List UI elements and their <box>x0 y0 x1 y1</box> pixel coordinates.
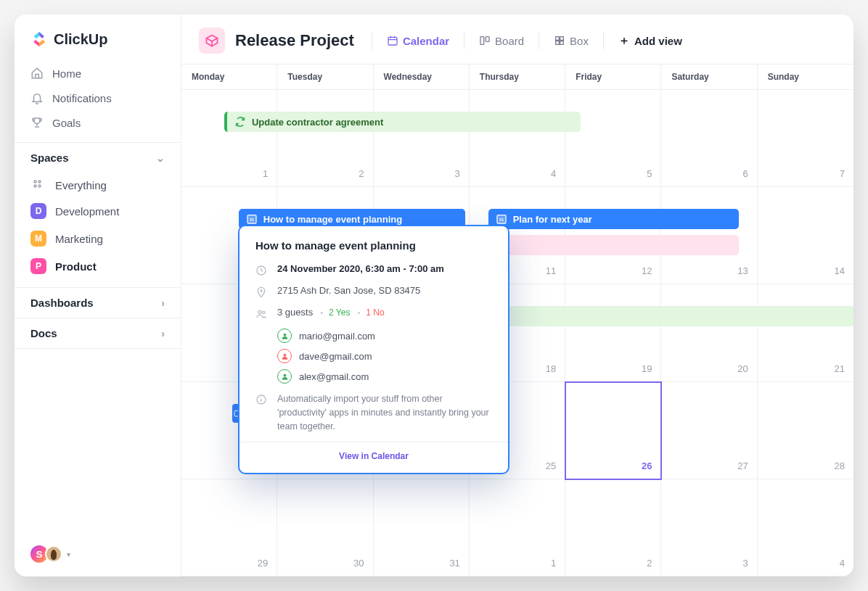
day-number: 4 <box>551 168 556 179</box>
info-icon <box>255 394 267 405</box>
add-view-button[interactable]: ＋ Add view <box>614 30 687 51</box>
logo[interactable]: ClickUp <box>15 15 181 58</box>
calendar-cell[interactable]: 7 <box>758 90 853 187</box>
day-number: 20 <box>737 363 748 374</box>
plus-icon: ＋ <box>618 33 630 49</box>
home-icon <box>30 67 44 80</box>
day-number: 2 <box>359 168 364 179</box>
nav-label: Home <box>52 67 81 80</box>
location-icon <box>255 286 267 298</box>
nav-goals[interactable]: Goals <box>22 110 173 135</box>
avatar-stack: S <box>29 543 62 565</box>
space-everything[interactable]: Everything <box>15 173 181 197</box>
app-window: ClickUp Home Notifications Goals Spaces … <box>15 15 853 576</box>
calendar-cell[interactable]: 4 <box>758 479 853 576</box>
day-number: 2 <box>647 558 652 569</box>
svg-rect-8 <box>560 37 564 41</box>
calendar-cell[interactable]: 31 <box>374 479 470 576</box>
calendar-cell[interactable]: 19 <box>565 284 661 381</box>
day-number: 26 <box>642 460 652 471</box>
calendar-cell[interactable]: 2 <box>277 90 373 187</box>
event-bar[interactable] <box>488 235 739 255</box>
day-number: 29 <box>258 558 268 569</box>
day-number: 30 <box>353 558 364 569</box>
project-title: Release Project <box>235 31 354 50</box>
view-in-calendar-link[interactable]: View in Calendar <box>239 442 508 466</box>
bell-icon <box>30 91 44 104</box>
popup-guests-row: 3 guests 2 Yes 1 No <box>255 307 492 320</box>
view-tab-board[interactable]: Board <box>475 32 528 50</box>
brand-text: ClickUp <box>54 31 107 48</box>
calendar-cell[interactable]: 26 <box>565 382 661 479</box>
space-badge: P <box>30 258 46 274</box>
day-number: 11 <box>546 265 556 276</box>
nav-label: Notifications <box>52 92 112 104</box>
event-bar[interactable]: 31Plan for next year <box>488 209 739 229</box>
calendar-cell[interactable]: 6 <box>661 90 757 187</box>
calendar-cell[interactable]: 21 <box>758 284 853 381</box>
space-development[interactable]: D Development <box>15 197 181 225</box>
grid-dots-icon <box>32 178 45 191</box>
view-tab-box[interactable]: Box <box>549 32 593 50</box>
calendar-cell[interactable]: 28 <box>758 382 853 479</box>
user-switcher[interactable]: S ▾ <box>15 532 181 576</box>
calendar-cell[interactable]: 3 <box>661 479 757 576</box>
sidebar-nav: Home Notifications Goals <box>15 58 181 142</box>
calendar-cell[interactable]: 3 <box>374 90 470 187</box>
chevron-right-icon: › <box>161 328 165 339</box>
day-number: 1 <box>551 558 556 569</box>
calendar-cell[interactable]: 4 <box>470 90 565 187</box>
svg-point-22 <box>258 310 261 313</box>
day-number: 25 <box>546 460 556 471</box>
svg-point-1 <box>38 181 41 183</box>
calendar-cell[interactable]: 30 <box>277 479 373 576</box>
nav-label: Goals <box>52 117 81 129</box>
topbar: Release Project Calendar Board Box ＋ Add… <box>181 15 853 64</box>
calendar-cell[interactable]: 27 <box>661 382 757 479</box>
svg-rect-5 <box>480 37 484 45</box>
spaces-header[interactable]: Spaces ⌄ <box>15 142 181 173</box>
nav-home[interactable]: Home <box>22 61 173 86</box>
guest-row: dave@gmail.com <box>277 349 492 363</box>
user-icon <box>277 328 292 343</box>
day-number: 6 <box>742 168 748 179</box>
svg-point-3 <box>38 185 41 187</box>
avatar-photo <box>45 545 62 563</box>
calendar-cell[interactable]: 1 <box>181 90 277 187</box>
board-icon <box>479 35 491 46</box>
svg-rect-9 <box>556 41 560 45</box>
day-number: 21 <box>835 363 845 374</box>
svg-point-23 <box>263 311 265 313</box>
day-number: 5 <box>647 168 652 179</box>
calendar-cell[interactable]: 20 <box>661 284 757 381</box>
guest-row: alex@gmail.com <box>277 369 492 384</box>
calendar-cell[interactable]: 1 <box>470 479 565 576</box>
calendar-cell[interactable]: 14 <box>758 187 853 284</box>
nav-notifications[interactable]: Notifications <box>22 86 173 110</box>
day-number: 12 <box>642 265 652 276</box>
popup-title: How to manage event planning <box>255 239 492 252</box>
svg-text:31: 31 <box>499 218 504 223</box>
chevron-down-icon: ⌄ <box>156 152 165 164</box>
space-badge: D <box>30 203 46 219</box>
day-number: 19 <box>642 363 652 374</box>
calendar-cell[interactable]: 2 <box>565 479 661 576</box>
docs-section[interactable]: Docs › <box>15 318 181 349</box>
cube-icon <box>205 33 219 48</box>
guests-icon <box>255 308 267 320</box>
calendar-cell[interactable]: 5 <box>565 90 661 187</box>
calendar-cell[interactable]: 29 <box>181 479 277 576</box>
event-popup: How to manage event planning 24 November… <box>238 225 509 474</box>
user-icon <box>277 349 292 363</box>
event-bar[interactable] <box>488 306 853 326</box>
dashboards-section[interactable]: Dashboards › <box>15 287 181 318</box>
clickup-logo-icon <box>30 30 48 48</box>
chevron-right-icon: › <box>161 297 165 309</box>
calendar-day-header: Monday Tuesday Wednesday Thursday Friday… <box>181 64 853 90</box>
view-tab-calendar[interactable]: Calendar <box>382 32 454 50</box>
event-bar[interactable]: Update contractor agreement <box>224 112 581 132</box>
space-product[interactable]: P Product <box>15 252 181 280</box>
day-number: 28 <box>835 460 845 471</box>
space-marketing[interactable]: M Marketing <box>15 225 181 252</box>
day-number: 3 <box>455 168 460 179</box>
